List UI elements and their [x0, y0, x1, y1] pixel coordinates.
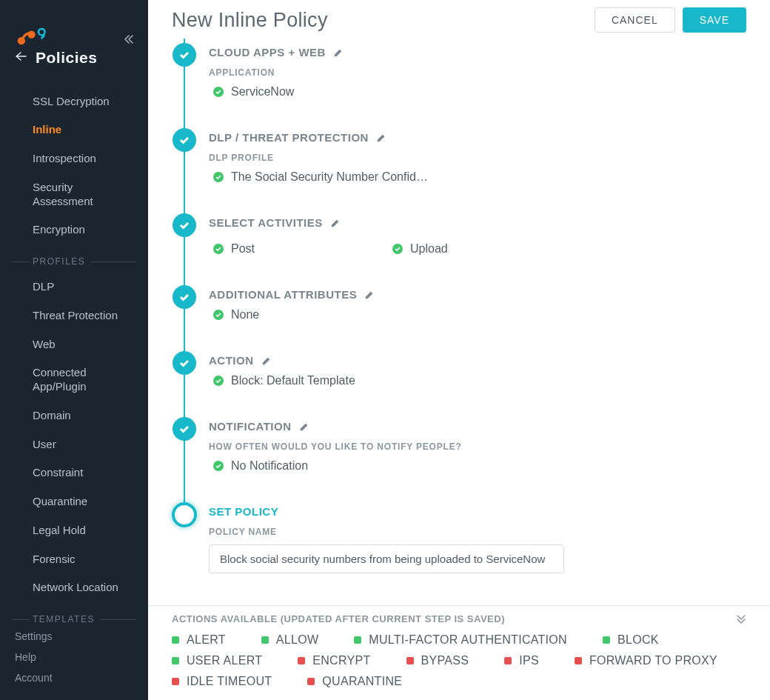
step-value: Block: Default Template — [213, 374, 746, 387]
action-label: IDLE TIMEOUT — [187, 675, 272, 688]
sidebar-divider-profiles: PROFILES — [0, 256, 148, 267]
action-chip-encrypt: ENCRYPT — [298, 654, 370, 667]
step-value: The Social Security Number Confid… — [213, 170, 746, 184]
edit-icon[interactable] — [333, 47, 344, 58]
policy-name-input[interactable] — [209, 544, 564, 573]
status-dot-icon — [354, 636, 361, 644]
sidebar-item-introspection[interactable]: Introspection — [0, 144, 148, 173]
action-label: BYPASS — [421, 654, 469, 667]
step-title: ACTION — [209, 354, 254, 367]
wizard-step-action: ACTION Block: Default Template — [172, 354, 746, 420]
step-title: ADDITIONAL ATTRIBUTES — [209, 288, 357, 301]
action-label: BLOCK — [617, 633, 659, 647]
sidebar-item-connected-app-plugin[interactable]: Connected App/Plugin — [0, 359, 148, 401]
sidebar-item-ssl-decryption[interactable]: SSL Decryption — [0, 87, 148, 116]
step-complete-icon — [173, 213, 196, 237]
chevron-double-down-icon[interactable] — [736, 614, 746, 624]
step-value: None — [213, 308, 746, 321]
check-circle-icon — [392, 244, 403, 254]
action-chip-quarantine: QUARANTINE — [307, 675, 402, 688]
sidebar-item-security-assessment[interactable]: Security Assessment — [0, 173, 148, 216]
step-value: No Notification — [213, 459, 746, 473]
sidebar-item-constraint[interactable]: Constraint — [0, 459, 148, 487]
topbar-actions: CANCEL SAVE — [595, 7, 746, 33]
step-title: CLOUD APPS + WEB — [209, 46, 326, 59]
status-dot-icon — [172, 657, 179, 664]
step-complete-icon — [173, 285, 196, 309]
step-title: SELECT ACTIVITIES — [209, 216, 323, 229]
main-content: New Inline Policy CANCEL SAVE CLOUD APPS… — [148, 0, 770, 700]
step-sublabel: HOW OFTEN WOULD YOU LIKE TO NOTIFY PEOPL… — [209, 441, 746, 452]
action-label: ALERT — [187, 633, 226, 647]
cancel-button[interactable]: CANCEL — [595, 7, 675, 33]
edit-icon[interactable] — [299, 421, 309, 432]
save-button[interactable]: SAVE — [683, 7, 746, 33]
status-dot-icon — [298, 657, 305, 664]
sidebar-nav: SSL Decryption Inline Introspection Secu… — [0, 87, 148, 631]
step-complete-icon — [173, 43, 196, 67]
check-circle-icon — [213, 461, 224, 471]
step-active-icon — [172, 502, 197, 527]
sidebar-item-user[interactable]: User — [0, 430, 148, 459]
sidebar-item-quarantine[interactable]: Quarantine — [0, 487, 148, 516]
edit-icon[interactable] — [330, 218, 341, 228]
status-dot-icon — [172, 636, 179, 644]
value-text: The Social Security Number Confid… — [231, 170, 428, 184]
sidebar-item-inline[interactable]: Inline — [0, 116, 148, 144]
sidebar-item-network-location[interactable]: Network Location — [0, 573, 148, 602]
wizard-step-notification: NOTIFICATION HOW OFTEN WOULD YOU LIKE TO… — [172, 420, 746, 505]
wizard-step-cloud-apps: CLOUD APPS + WEB APPLICATION ServiceNow — [172, 46, 746, 131]
sidebar-item-forensic[interactable]: Forensic — [0, 545, 148, 574]
sidebar-item-threat-protection[interactable]: Threat Protection — [0, 301, 148, 330]
sidebar-item-web[interactable]: Web — [0, 330, 148, 359]
action-chip-user-alert: USER ALERT — [172, 654, 262, 667]
step-value: Post — [213, 242, 255, 256]
status-dot-icon — [406, 657, 414, 664]
status-dot-icon — [603, 636, 610, 644]
sidebar-section-header: Policies — [0, 49, 148, 67]
action-chip-bypass: BYPASS — [406, 654, 469, 667]
check-circle-icon — [213, 310, 224, 320]
sidebar-item-dlp[interactable]: DLP — [0, 273, 148, 301]
step-title: NOTIFICATION — [209, 420, 292, 433]
edit-icon[interactable] — [261, 356, 272, 366]
sidebar-collapse-icon[interactable] — [123, 34, 135, 44]
profiles-label: PROFILES — [33, 256, 85, 267]
status-dot-icon — [575, 657, 582, 664]
actions-footer-label: ACTIONS AVAILABLE (UPDATED AFTER CURRENT… — [172, 613, 505, 624]
app-logo — [15, 28, 53, 44]
sidebar-item-encryption[interactable]: Encryption — [0, 216, 148, 244]
step-value: ServiceNow — [213, 85, 746, 99]
actions-footer: ACTIONS AVAILABLE (UPDATED AFTER CURRENT… — [148, 605, 770, 700]
action-label: MULTI-FACTOR AUTHENTICATION — [369, 633, 567, 647]
page-title: New Inline Policy — [172, 9, 328, 32]
step-sublabel: POLICY NAME — [209, 527, 746, 537]
sidebar-item-legal-hold[interactable]: Legal Hold — [0, 516, 148, 545]
status-dot-icon — [307, 678, 315, 685]
step-complete-icon — [173, 417, 196, 441]
edit-icon[interactable] — [364, 290, 375, 300]
wizard-step-set-policy: SET POLICY POLICY NAME — [172, 505, 746, 573]
step-complete-icon — [173, 128, 196, 152]
action-label: FORWARD TO PROXY — [589, 654, 717, 667]
action-chip-forward-proxy: FORWARD TO PROXY — [575, 654, 717, 667]
step-sublabel: APPLICATION — [209, 67, 746, 78]
status-dot-icon — [504, 657, 512, 664]
wizard-step-dlp: DLP / THREAT PROTECTION DLP PROFILE The … — [172, 131, 746, 216]
sidebar-settings-link[interactable]: Settings — [15, 630, 133, 642]
topbar: New Inline Policy CANCEL SAVE — [148, 0, 770, 39]
value-text: Block: Default Template — [231, 374, 355, 387]
edit-icon[interactable] — [376, 133, 386, 143]
action-label: ENCRYPT — [312, 654, 370, 667]
back-arrow-icon[interactable] — [15, 51, 27, 64]
value-text: Upload — [410, 242, 448, 256]
wizard-scroll[interactable]: CLOUD APPS + WEB APPLICATION ServiceNow — [148, 39, 770, 700]
step-sublabel: DLP PROFILE — [209, 153, 746, 163]
action-label: USER ALERT — [187, 654, 262, 667]
templates-label: TEMPLATES — [33, 614, 95, 624]
sidebar-account-link[interactable]: Account — [15, 672, 133, 684]
value-text: No Notification — [231, 459, 308, 473]
sidebar-help-link[interactable]: Help — [15, 651, 133, 663]
sidebar-top — [0, 0, 148, 44]
sidebar-item-domain[interactable]: Domain — [0, 401, 148, 430]
